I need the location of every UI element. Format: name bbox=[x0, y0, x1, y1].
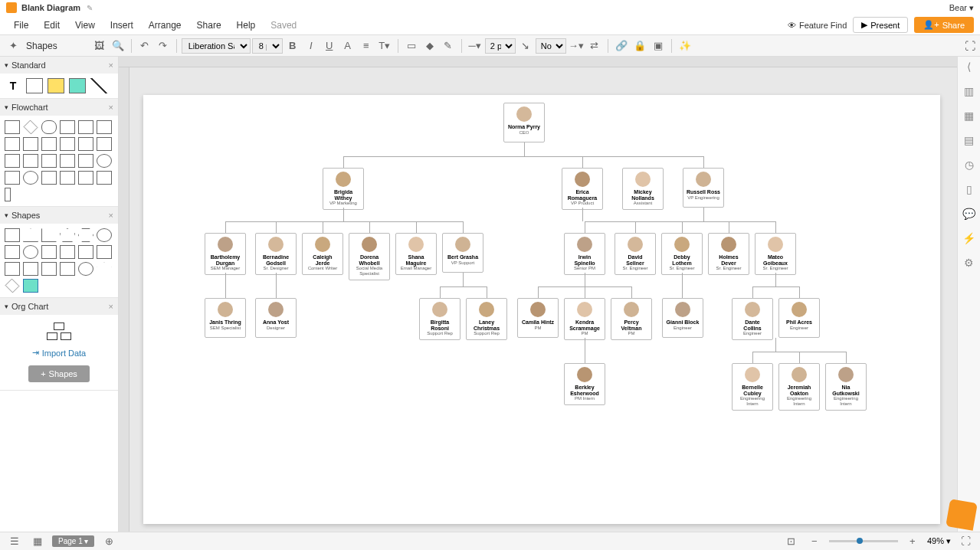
org-node[interactable]: Camila HintzPM bbox=[517, 298, 559, 338]
italic-icon[interactable]: I bbox=[303, 38, 320, 54]
fc-shape[interactable] bbox=[5, 188, 11, 201]
org-node[interactable]: Nia GutkowskiEngineering Intern bbox=[825, 363, 867, 411]
grid-view-icon[interactable]: ▦ bbox=[29, 533, 46, 550]
close-icon[interactable]: × bbox=[109, 302, 113, 311]
note-shape[interactable] bbox=[48, 78, 64, 93]
shape-arrow-lr[interactable] bbox=[23, 262, 38, 276]
settings-icon[interactable]: ⚙ bbox=[962, 256, 976, 270]
org-node[interactable]: Shana MaguireEmail Manager bbox=[395, 233, 437, 275]
org-node[interactable]: Percy VeltmanPM bbox=[611, 298, 652, 340]
shape-rtriangle[interactable] bbox=[41, 228, 57, 242]
org-node[interactable]: Laney ChristmasSupport Rep bbox=[466, 298, 507, 340]
image-icon[interactable]: 🖼 bbox=[91, 38, 108, 54]
org-node[interactable]: Bernelle CubleyEngineering Intern bbox=[732, 363, 773, 411]
user-menu[interactable]: Bear ▾ bbox=[949, 3, 974, 13]
shape-arrow-ud[interactable] bbox=[41, 262, 57, 276]
menu-file[interactable]: File bbox=[6, 17, 36, 34]
present-button[interactable]: ▶ Present bbox=[853, 17, 908, 33]
org-node[interactable]: Dorena WhobellSocial Media Specialist bbox=[349, 233, 390, 280]
fc-shape[interactable] bbox=[41, 154, 57, 168]
fc-shape[interactable] bbox=[78, 171, 93, 185]
comments-icon[interactable]: 💬 bbox=[962, 207, 976, 221]
org-node[interactable]: Holmes DeverSr. Engineer bbox=[708, 233, 749, 275]
org-node[interactable]: Caleigh JerdeContent Writer bbox=[302, 233, 343, 275]
block-shape[interactable] bbox=[69, 78, 86, 93]
fc-shape[interactable] bbox=[78, 154, 93, 168]
underline-icon[interactable]: U bbox=[321, 38, 338, 54]
shape-arrow-l[interactable] bbox=[97, 245, 112, 259]
org-node[interactable]: Erica RomagueraVP Product bbox=[562, 168, 603, 210]
font-select[interactable]: Liberation Sans bbox=[182, 38, 251, 54]
section-shapes[interactable]: ▾Shapes× bbox=[0, 207, 118, 224]
shape-border-icon[interactable]: ▭ bbox=[403, 38, 420, 54]
add-shapes-button[interactable]: + Shapes bbox=[28, 365, 90, 382]
zoom-fit-icon[interactable]: ⊡ bbox=[783, 533, 800, 550]
shape-heart[interactable] bbox=[41, 245, 57, 259]
menu-help[interactable]: Help bbox=[229, 17, 264, 34]
redo-icon[interactable]: ↷ bbox=[155, 38, 172, 54]
fc-shape[interactable] bbox=[23, 137, 38, 151]
fc-terminator[interactable] bbox=[41, 120, 57, 134]
shape-star[interactable] bbox=[97, 262, 112, 276]
undo-icon[interactable]: ↶ bbox=[136, 38, 153, 54]
section-flowchart[interactable]: ▾Flowchart× bbox=[0, 99, 118, 116]
line-style-icon[interactable]: ─▾ bbox=[467, 38, 483, 54]
fc-shape[interactable] bbox=[41, 171, 57, 185]
org-node[interactable]: Irwin SpinelloSenior PM bbox=[564, 233, 605, 275]
org-node[interactable]: Jeremiah OaktonEngineering Intern bbox=[778, 363, 820, 411]
data-icon[interactable]: ▤ bbox=[962, 133, 976, 147]
share-button[interactable]: 👤+ Share bbox=[914, 17, 974, 33]
zoom-in-icon[interactable]: + bbox=[904, 533, 921, 550]
org-node[interactable]: Kendra ScrammagePM bbox=[564, 298, 605, 340]
shape-arrow-u[interactable] bbox=[5, 262, 20, 276]
magic-icon[interactable]: ✨ bbox=[677, 38, 693, 54]
org-node[interactable]: Mickey NollandsAssistant bbox=[622, 168, 664, 210]
fill-icon[interactable]: ◆ bbox=[421, 38, 438, 54]
containers-icon[interactable]: ▦ bbox=[962, 109, 976, 123]
line-start-select[interactable]: None bbox=[536, 38, 566, 54]
org-node[interactable]: Norma PyrryCEO bbox=[503, 103, 545, 142]
shape-arrow-r[interactable] bbox=[60, 245, 75, 259]
fc-shape[interactable] bbox=[23, 154, 38, 168]
history-icon[interactable]: ◷ bbox=[962, 158, 976, 172]
fc-shape[interactable] bbox=[60, 120, 75, 134]
org-node[interactable]: David SellnerSr. Engineer bbox=[615, 233, 656, 275]
fc-shape[interactable] bbox=[5, 137, 20, 151]
layers-icon[interactable]: ▯ bbox=[962, 182, 976, 196]
fc-shape[interactable] bbox=[23, 171, 38, 185]
text-color-icon[interactable]: A bbox=[339, 38, 356, 54]
shapes-menu-icon[interactable]: ✦ bbox=[5, 38, 21, 54]
fc-shape[interactable] bbox=[5, 154, 20, 168]
menu-view[interactable]: View bbox=[67, 17, 103, 34]
orgchart-shape[interactable] bbox=[47, 322, 71, 340]
collapse-icon[interactable]: ⟨ bbox=[962, 60, 976, 74]
menu-edit[interactable]: Edit bbox=[36, 17, 67, 34]
org-node[interactable]: Phil AcresEngineer bbox=[778, 298, 820, 338]
shape-triangle[interactable] bbox=[23, 228, 38, 242]
shape-diamond[interactable] bbox=[5, 279, 20, 293]
section-standard[interactable]: ▾Standard× bbox=[0, 57, 118, 74]
swap-icon[interactable]: ⇄ bbox=[586, 38, 603, 54]
org-node[interactable]: Janis ThringSEM Specialist bbox=[205, 298, 246, 338]
page-tab[interactable]: Page 1 ▾ bbox=[52, 535, 94, 547]
fullscreen-icon[interactable]: ⛶ bbox=[965, 40, 975, 52]
org-node[interactable]: Bartholemy DurganSEM Manager bbox=[205, 233, 246, 275]
zoom-slider[interactable] bbox=[829, 540, 898, 542]
shape-octagon[interactable] bbox=[97, 228, 112, 242]
fc-shape[interactable] bbox=[78, 120, 93, 134]
close-icon[interactable]: × bbox=[109, 103, 113, 112]
section-orgchart[interactable]: ▾Org Chart× bbox=[0, 298, 118, 315]
list-view-icon[interactable]: ☰ bbox=[6, 533, 23, 550]
lock-icon[interactable]: 🔒 bbox=[631, 38, 648, 54]
align-icon[interactable]: ≡ bbox=[358, 38, 375, 54]
fc-shape[interactable] bbox=[5, 171, 20, 185]
edit-title-icon[interactable]: ✎ bbox=[87, 4, 93, 12]
link-icon[interactable]: 🔗 bbox=[613, 38, 630, 54]
help-badge[interactable] bbox=[946, 499, 978, 531]
canvas-area[interactable]: Norma PyrryCEOBrigida WitheyVP Marketing… bbox=[119, 57, 957, 532]
line-color-icon[interactable]: ✎ bbox=[440, 38, 457, 54]
line-width-select[interactable]: 2 px bbox=[485, 38, 516, 54]
bold-icon[interactable]: B bbox=[284, 38, 301, 54]
fc-shape[interactable] bbox=[97, 120, 112, 134]
menu-share[interactable]: Share bbox=[189, 17, 229, 34]
